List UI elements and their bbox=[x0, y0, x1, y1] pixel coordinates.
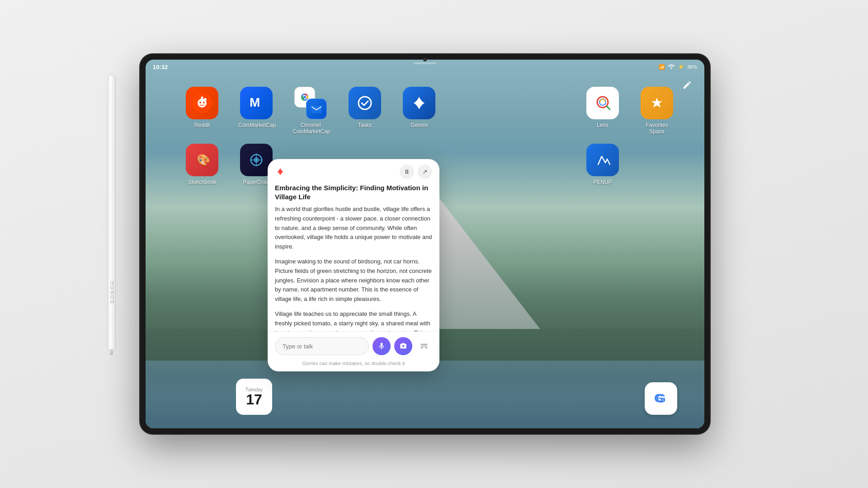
gemini-mic-button[interactable] bbox=[373, 337, 391, 355]
app-google-container: G G bbox=[645, 382, 677, 415]
svg-text:🎨: 🎨 bbox=[197, 153, 210, 166]
gemini-disclaimer: Gemini can make mistakes, so double-chec… bbox=[268, 361, 439, 371]
tablet-screen: 10:32 📶 ⚡ 36% bbox=[146, 60, 704, 428]
svg-point-3 bbox=[199, 102, 201, 103]
wifi-icon bbox=[668, 64, 675, 70]
app-gemini-label: Gemini bbox=[410, 122, 428, 128]
gemini-paragraph-2: Imagine waking to the sound of birdsong,… bbox=[275, 257, 432, 304]
svg-point-10 bbox=[303, 96, 306, 99]
gemini-input-area bbox=[268, 331, 439, 361]
gemini-panel: ⏸ ↗ Embracing the Simplicity: Finding Mo… bbox=[268, 159, 439, 371]
tablet-device: 10:32 📶 ⚡ 36% bbox=[140, 54, 710, 434]
signal-icon: 📶 bbox=[659, 64, 665, 70]
app-favorites-space[interactable]: Favorites Space bbox=[637, 87, 677, 135]
stylus-tip bbox=[110, 349, 113, 355]
app-penup-label: PENUP bbox=[593, 179, 612, 185]
mail-sub-icon bbox=[306, 99, 327, 119]
app-lens[interactable]: Lens bbox=[582, 87, 623, 135]
app-favorites-label: Favorites Space bbox=[639, 122, 675, 135]
gemini-paragraph-1: In a world that glorifies hustle and bus… bbox=[275, 205, 432, 252]
app-penup[interactable]: PENUP bbox=[582, 144, 623, 185]
svg-point-12 bbox=[359, 97, 371, 109]
app-grid-right: Lens Favorites Space PENUP bbox=[582, 87, 677, 185]
app-sketchbook[interactable]: 🎨 Sketchbook bbox=[182, 144, 222, 185]
svg-point-0 bbox=[670, 68, 672, 69]
app-paperdraw-label: PaperDraw bbox=[243, 179, 270, 185]
drag-indicator bbox=[414, 62, 436, 64]
status-bar: 10:32 📶 ⚡ 36% bbox=[146, 60, 704, 74]
gemini-share-button[interactable]: ↗ bbox=[418, 164, 432, 179]
gemini-pause-button[interactable]: ⏸ bbox=[400, 164, 414, 179]
svg-text:M: M bbox=[250, 95, 260, 109]
gemini-controls: ⏸ ↗ bbox=[400, 164, 432, 179]
front-camera bbox=[423, 58, 427, 61]
app-sketchbook-label: Sketchbook bbox=[188, 179, 217, 185]
app-tasks-label: Tasks bbox=[358, 122, 372, 128]
gemini-article-content: In a world that glorifies hustle and bus… bbox=[268, 205, 439, 331]
app-chromemail-label: ChromelCoinMarketCap bbox=[292, 122, 329, 135]
app-reddit[interactable]: Reddit bbox=[182, 87, 222, 135]
app-lens-label: Lens bbox=[597, 122, 609, 128]
gemini-text-input[interactable] bbox=[275, 337, 369, 355]
app-google[interactable]: G G bbox=[645, 382, 677, 415]
gemini-logo bbox=[275, 166, 286, 177]
gemini-panel-header: ⏸ ↗ bbox=[268, 159, 439, 179]
edit-button[interactable] bbox=[679, 77, 695, 93]
bluetooth-icon: ⚡ bbox=[678, 64, 684, 70]
gemini-tune-button[interactable] bbox=[416, 338, 432, 354]
calendar-day-number: 17 bbox=[246, 392, 262, 407]
calendar-widget[interactable]: Tuesday 17 bbox=[236, 379, 272, 415]
svg-rect-11 bbox=[311, 106, 321, 113]
app-tasks[interactable]: Tasks bbox=[344, 87, 385, 135]
status-icons: 📶 ⚡ 36% bbox=[659, 64, 697, 70]
app-chromemail[interactable]: ChromelCoinMarketCap bbox=[290, 87, 331, 135]
app-coinmarketcap-label: CoinMarketCap bbox=[238, 122, 274, 128]
app-coinmarketcap[interactable]: M CoinMarketCap bbox=[236, 87, 277, 135]
svg-point-5 bbox=[204, 98, 207, 101]
app-reddit-label: Reddit bbox=[194, 122, 210, 128]
gemini-article-title: Embracing the Simplicity: Finding Motiva… bbox=[268, 179, 439, 205]
svg-point-6 bbox=[201, 97, 203, 99]
battery-icon: 36% bbox=[687, 64, 697, 70]
svg-point-4 bbox=[203, 102, 205, 103]
stylus bbox=[108, 75, 116, 350]
status-time: 10:32 bbox=[153, 64, 168, 70]
app-gemini[interactable]: Gemini bbox=[399, 87, 439, 135]
gemini-camera-button[interactable] bbox=[394, 337, 412, 355]
gemini-paragraph-3: Village life teaches us to appreciate th… bbox=[275, 310, 432, 331]
